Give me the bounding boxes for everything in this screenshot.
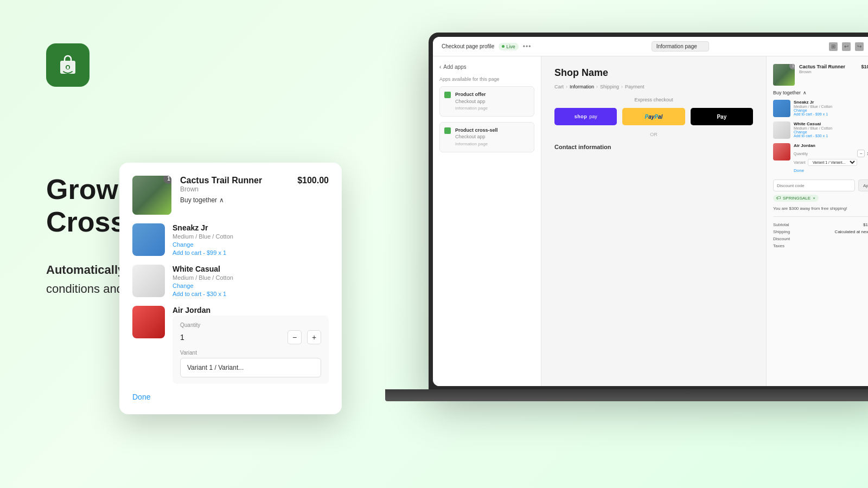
paypal-text: PayPal bbox=[645, 114, 663, 120]
apply-button[interactable]: Apply bbox=[858, 179, 868, 191]
spring-tag: 🏷 SPRINGSALE × bbox=[773, 195, 868, 202]
subtotal-row: Subtotal $100.00 bbox=[773, 222, 868, 227]
laptop-screen: Checkout page profile Live ••• Informati… bbox=[433, 37, 868, 386]
modal-product-row: 1 Cactus Trail Runner Brown Buy together… bbox=[132, 176, 329, 215]
undo-icon[interactable]: ↩ bbox=[842, 42, 851, 51]
white-casual-details: White Casual Medium / Blue / Cotton Chan… bbox=[794, 121, 868, 138]
checkout-topbar: Checkout page profile Live ••• Informati… bbox=[433, 37, 868, 56]
summary-product-details: Cactus Trail Runner Brown bbox=[799, 64, 857, 74]
modal-variant-label: Variant bbox=[180, 350, 321, 356]
spring-badge-text: SPRINGSALE bbox=[783, 196, 810, 201]
breadcrumb-shipping: Shipping bbox=[600, 84, 619, 89]
shop-pay-button[interactable]: shop pay bbox=[554, 108, 617, 125]
sidebar-back[interactable]: ‹ Add apps bbox=[439, 64, 534, 70]
divider-or: OR bbox=[554, 132, 753, 137]
cross-sell-subtitle: Checkout app bbox=[455, 134, 486, 139]
spring-badge: 🏷 SPRINGSALE × bbox=[773, 195, 819, 202]
modal-sneakz-change[interactable]: Change bbox=[173, 241, 329, 248]
subtotal-value: $100.00 bbox=[863, 222, 868, 227]
white-casual-change[interactable]: Change bbox=[794, 130, 868, 134]
modal-product-info: Cactus Trail Runner Brown Buy together ∧ bbox=[180, 176, 289, 204]
checkout-body: ‹ Add apps Apps available for this page … bbox=[433, 56, 868, 386]
svg-rect-2 bbox=[67, 66, 69, 69]
summary-product: 1 Cactus Trail Runner Brown $100.00 bbox=[773, 64, 868, 86]
sidebar-item-product-cross-sell[interactable]: Product cross-sell Checkout app Informat… bbox=[439, 122, 534, 152]
modal-air-jordan-details: Air Jordan Quantity 1 − + Variant Varian… bbox=[173, 306, 329, 384]
modal-white-details: White Casual Medium / Blue / Cotton Chan… bbox=[173, 265, 329, 297]
modal-air-jordan-img bbox=[132, 306, 165, 338]
modal-cross-sneakz: Sneakz Jr Medium / Blue / Cotton Change … bbox=[132, 223, 329, 256]
laptop-body: Checkout page profile Live ••• Informati… bbox=[429, 33, 868, 390]
apple-pay-text: Pay bbox=[717, 114, 726, 120]
modal-white-variant: Medium / Blue / Cotton bbox=[173, 274, 329, 281]
white-casual-add[interactable]: Add to cart - $30 x 1 bbox=[794, 134, 868, 138]
shop-name: Shop Name bbox=[554, 67, 753, 79]
modal-sneakz-add[interactable]: Add to cart - $99 x 1 bbox=[173, 249, 329, 256]
modal-cross-white: White Casual Medium / Blue / Cotton Chan… bbox=[132, 265, 329, 297]
sidebar-item-product-offer[interactable]: Product offer Checkout app Information p… bbox=[439, 86, 534, 117]
apple-pay-button[interactable]: Pay bbox=[691, 108, 753, 125]
modal-card: 1 Cactus Trail Runner Brown Buy together… bbox=[119, 163, 342, 414]
profile-label: Checkout page profile bbox=[442, 43, 494, 49]
cross-sell-page: Information page bbox=[455, 142, 488, 146]
breadcrumb-information: Information bbox=[570, 84, 594, 89]
live-dot bbox=[502, 45, 505, 48]
air-jordan-img bbox=[773, 143, 790, 160]
shop-pay-text: shop bbox=[575, 114, 588, 119]
shipping-label: Shipping bbox=[773, 229, 790, 234]
redo-icon[interactable]: ↪ bbox=[855, 42, 864, 51]
modal-qty-minus[interactable]: − bbox=[288, 330, 302, 344]
buy-together-label: Buy together bbox=[773, 90, 801, 95]
checkout-sidebar: ‹ Add apps Apps available for this page … bbox=[433, 56, 541, 386]
grid-icon[interactable]: ⊞ bbox=[829, 42, 838, 51]
sneakz-add[interactable]: Add to cart - $99 x 1 bbox=[794, 112, 868, 116]
more-dots[interactable]: ••• bbox=[523, 43, 532, 50]
sneakz-img bbox=[773, 100, 790, 117]
spring-close-icon[interactable]: × bbox=[813, 196, 815, 201]
checkout-summary: 1 Cactus Trail Runner Brown $100.00 Buy … bbox=[766, 56, 868, 386]
breadcrumb-cart: Cart bbox=[554, 84, 564, 89]
summary-totals: Subtotal $100.00 Shipping Calculated at … bbox=[773, 216, 868, 248]
back-arrow-icon: ‹ bbox=[439, 64, 441, 70]
subtext-bold: Automatically bbox=[46, 263, 124, 277]
modal-qty-plus[interactable]: + bbox=[307, 330, 321, 344]
modal-variant-select[interactable]: Variant 1 / Variant... bbox=[180, 358, 321, 377]
shipping-row: Shipping Calculated at next step bbox=[773, 229, 868, 234]
chevron-up-modal-icon: ∧ bbox=[219, 196, 224, 204]
express-checkout-label: Express checkout bbox=[554, 97, 753, 102]
variant-select[interactable]: Variant 1 / Variant... bbox=[808, 159, 857, 166]
topbar-center: Information page bbox=[538, 41, 822, 52]
back-label: Add apps bbox=[443, 64, 466, 70]
white-casual-name: White Casual bbox=[794, 121, 868, 126]
modal-sneakz-details: Sneakz Jr Medium / Blue / Cotton Change … bbox=[173, 223, 329, 256]
cross-sell-air-jordan: Air Jordan Quantity − 1 + bbox=[773, 143, 868, 173]
spring-tag-icon: 🏷 bbox=[776, 196, 781, 201]
cross-sell-title: Product cross-sell bbox=[455, 127, 498, 134]
page-dropdown[interactable]: Information page bbox=[652, 41, 709, 52]
done-link[interactable]: Done bbox=[794, 168, 868, 173]
modal-white-add[interactable]: Add to cart - $30 x 1 bbox=[173, 291, 329, 297]
modal-product-name: Cactus Trail Runner bbox=[180, 176, 289, 185]
modal-cross-air-jordan: Air Jordan Quantity 1 − + Variant Varian… bbox=[132, 306, 329, 384]
modal-product-price: $100.00 bbox=[297, 176, 329, 185]
qty-minus[interactable]: − bbox=[857, 150, 865, 157]
modal-done[interactable]: Done bbox=[132, 393, 329, 401]
sneakz-change[interactable]: Change bbox=[794, 108, 868, 112]
air-jordan-variant-row: Variant Variant 1 / Variant... bbox=[794, 159, 868, 166]
modal-white-change[interactable]: Change bbox=[173, 282, 329, 289]
air-jordan-quantity-row: Quantity − 1 + bbox=[794, 150, 868, 157]
modal-quantity-section: Quantity 1 − + Variant Variant 1 / Varia… bbox=[173, 316, 329, 384]
discount-input[interactable] bbox=[773, 179, 855, 191]
discount-row: Apply bbox=[773, 179, 868, 191]
cross-sell-sneakz: Sneakz Jr Medium / Blue / Cotton Change … bbox=[773, 100, 868, 117]
summary-product-image: 1 bbox=[773, 64, 795, 86]
modal-quantity-value: 1 bbox=[180, 333, 184, 342]
paypal-button[interactable]: PayPal bbox=[622, 108, 685, 125]
modal-white-img bbox=[132, 265, 165, 297]
checkout-main: Shop Name Cart › Information › Shipping … bbox=[541, 56, 766, 386]
product-offer-title: Product offer bbox=[455, 91, 488, 98]
live-label: Live bbox=[506, 44, 515, 49]
sneakz-details: Sneakz Jr Medium / Blue / Cotton Change … bbox=[794, 100, 868, 116]
product-cross-sell-icon bbox=[444, 127, 451, 134]
buy-together-header: Buy together ∧ bbox=[773, 90, 868, 95]
